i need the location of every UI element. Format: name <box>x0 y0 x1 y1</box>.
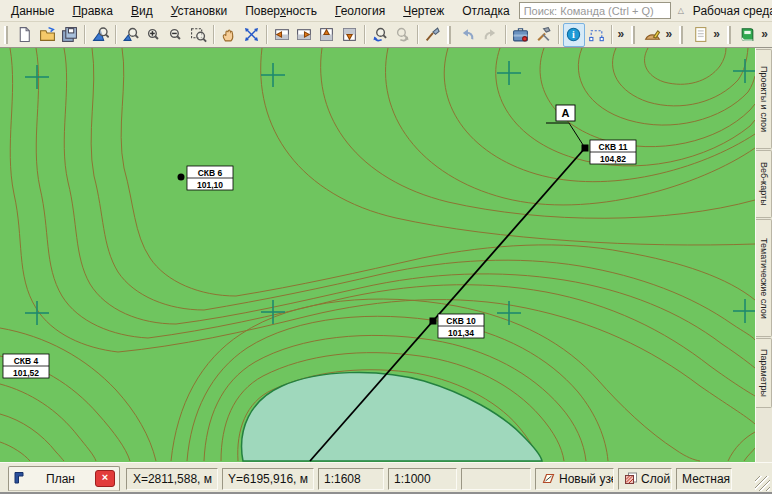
svg-text:i: i <box>572 29 575 40</box>
sidebar-tab-3[interactable]: Тематические слои <box>756 219 772 337</box>
menubar: ДанныеПравкаВидУстановкиПоверхностьГеоло… <box>0 0 772 22</box>
toolbar-overflow-button[interactable]: » <box>663 27 676 43</box>
book-button[interactable] <box>737 23 760 47</box>
svg-text:А: А <box>562 107 570 119</box>
borehole-point[interactable] <box>582 145 589 152</box>
svg-text:СКВ 6: СКВ 6 <box>198 168 223 178</box>
toolbar-overflow-button[interactable]: » <box>711 27 724 43</box>
svg-text:101,10: 101,10 <box>197 180 223 190</box>
edit-nodes-button[interactable] <box>585 23 608 47</box>
toolbar-separator <box>558 25 560 44</box>
borehole-point[interactable] <box>178 174 185 181</box>
zoom-in-button[interactable] <box>142 23 165 47</box>
borehole-label: СКВ 10101,34 <box>438 314 484 338</box>
toolbar-separator <box>266 25 268 44</box>
toolbar-grip-handle[interactable] <box>4 26 11 44</box>
status-active-layer[interactable]: Слой1 <box>618 468 672 490</box>
sidebar-tab-4[interactable]: Параметры <box>756 338 772 408</box>
menu-item[interactable]: Правка <box>63 1 122 21</box>
workspace-menu[interactable]: Рабочая среда▾ <box>691 2 772 20</box>
borehole-point[interactable] <box>430 318 437 325</box>
sidebar-tab-2[interactable]: Веб-карты <box>756 150 772 218</box>
svg-text:101,52: 101,52 <box>13 368 39 378</box>
save-all-button[interactable] <box>59 23 82 47</box>
zoom-window-button[interactable] <box>187 23 210 47</box>
fit-extents-button[interactable] <box>240 23 263 47</box>
search-options-icon[interactable]: △ <box>671 6 691 15</box>
undo-button[interactable] <box>457 23 480 47</box>
application-window: { "menu": { "items": [ {"label":"Данные"… <box>0 0 772 494</box>
toolbar-separator <box>611 25 613 44</box>
borehole-label: СКВ 11104,82 <box>590 140 636 164</box>
view-left-button[interactable] <box>271 23 294 47</box>
statusbar: План × X=2811,588, м Y=6195,916, м 1:160… <box>0 462 772 494</box>
menu-item[interactable]: Геология <box>326 1 394 21</box>
status-x-coordinate: X=2811,588, м <box>126 468 218 490</box>
toolbar-separator <box>115 25 117 44</box>
view-tab-plan[interactable]: План × <box>8 466 120 491</box>
sheet-button[interactable] <box>689 23 712 47</box>
refresh-brush-button[interactable] <box>422 23 445 47</box>
svg-text:СКВ 4: СКВ 4 <box>14 356 39 366</box>
map-svg[interactable]: АСКВ 6101,10СКВ 11104,82СКВ 10101,34СКВ … <box>0 48 755 462</box>
right-panel-tabs: Проекты и слоиВеб-картыТематические слои… <box>755 48 772 462</box>
zoom-object-button[interactable] <box>120 23 143 47</box>
toolbar-separator <box>213 25 215 44</box>
toolbar-separator <box>84 25 86 44</box>
view-right-button[interactable] <box>293 23 316 47</box>
status-edit-mode[interactable]: Новый узел <box>535 468 614 490</box>
new-document-button[interactable] <box>14 23 37 47</box>
map-canvas[interactable]: АСКВ 6101,10СКВ 11104,82СКВ 10101,34СКВ … <box>0 48 755 462</box>
info-button[interactable]: i <box>563 23 586 47</box>
toolbar-separator <box>505 25 507 44</box>
toolbar-overflow-button[interactable]: » <box>759 27 772 43</box>
menu-item[interactable]: Вид <box>122 1 162 21</box>
edit-mode-label: Новый узел <box>559 472 614 486</box>
toolbar-separator <box>364 25 366 44</box>
status-document-scale[interactable]: 1:1000 <box>388 468 457 490</box>
toolbar-overflow-button[interactable]: » <box>616 27 629 43</box>
status-view-scale: 1:1608 <box>318 468 384 490</box>
toolbar-grip-handle[interactable] <box>679 26 686 44</box>
menu-item[interactable]: Установки <box>162 1 237 21</box>
svg-text:СКВ 11: СКВ 11 <box>599 142 628 152</box>
zoom-next-button[interactable] <box>391 23 414 47</box>
open-folder-button[interactable] <box>36 23 59 47</box>
view-up-button[interactable] <box>316 23 339 47</box>
redo-button[interactable] <box>479 23 502 47</box>
surface-button[interactable] <box>641 23 664 47</box>
status-y-coordinate: Y=6195,916, м <box>222 468 314 490</box>
menu-item[interactable]: Чертеж <box>394 1 453 21</box>
layer-label: Слой1 <box>641 472 672 486</box>
pan-hand-button[interactable] <box>218 23 241 47</box>
menu-item[interactable]: Отладка <box>453 1 518 21</box>
zoom-selection-button[interactable] <box>89 23 112 47</box>
menu-item[interactable]: Поверхность <box>236 1 326 21</box>
command-search-input[interactable] <box>519 2 671 19</box>
window-resize-grip[interactable] <box>755 476 770 491</box>
toolbar-grip-handle[interactable] <box>631 26 638 44</box>
borehole-label: СКВ 4101,52 <box>3 354 49 378</box>
toolbar-grip-handle[interactable] <box>727 26 734 44</box>
borehole-label: СКВ 6101,10 <box>187 166 233 190</box>
close-view-button[interactable]: × <box>95 470 115 487</box>
svg-text:101,34: 101,34 <box>448 328 474 338</box>
view-tab-label: План <box>26 472 95 486</box>
new-node-icon <box>541 472 556 485</box>
toolbar-grip-handle[interactable] <box>447 26 454 44</box>
section-label: А <box>556 105 575 121</box>
tools-button[interactable] <box>532 23 555 47</box>
project-case-button[interactable] <box>510 23 533 47</box>
layer-icon <box>624 472 638 485</box>
svg-text:СКВ 10: СКВ 10 <box>446 316 476 326</box>
toolbar: i»»»» <box>0 22 772 48</box>
status-coordinate-system[interactable]: Местная <box>676 468 732 490</box>
zoom-out-button[interactable] <box>165 23 188 47</box>
toolbar-separator <box>417 25 419 44</box>
svg-text:104,82: 104,82 <box>600 154 626 164</box>
sidebar-tab-1[interactable]: Проекты и слои <box>756 49 772 149</box>
status-empty-field <box>461 468 531 490</box>
menu-item[interactable]: Данные <box>2 1 63 21</box>
view-down-button[interactable] <box>338 23 361 47</box>
zoom-previous-button[interactable] <box>369 23 392 47</box>
